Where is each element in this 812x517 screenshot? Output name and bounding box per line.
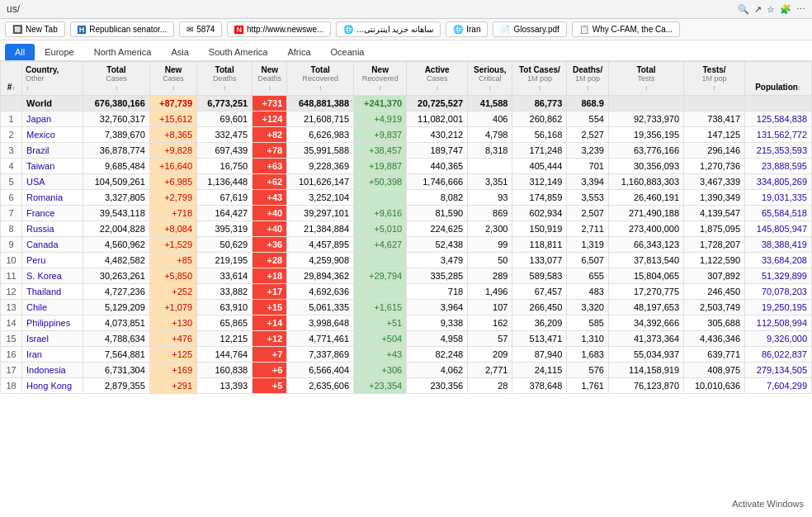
header-tests-1m[interactable]: Tests/1M pop↕ [684,62,745,96]
cell-country[interactable]: Hong Kong [22,378,83,394]
cell-new-recovered: +504 [354,331,407,347]
cell-country[interactable]: Thailand [22,284,83,300]
cell-deaths-1m: 3,320 [567,300,609,315]
cell-country[interactable]: Japan [22,111,83,127]
cell-total-deaths: 13,393 [197,378,253,394]
header-total-tests[interactable]: TotalTests↕ [608,62,683,96]
header-new-deaths[interactable]: NewDeaths↕ [253,62,287,96]
tab-iran[interactable]: 🌐 Iran [446,21,488,37]
tab-iranian[interactable]: 🌐 ...ساهانه خرید اینترنتی [336,21,441,37]
cell-new-recovered [354,190,407,206]
tab-glossary[interactable]: 📄 Glossary.pdf [493,21,566,37]
cell-population[interactable]: 112,508,994 [745,315,812,331]
star-icon[interactable]: ☆ [767,4,775,15]
cell-population[interactable]: 51,329,899 [745,268,812,284]
cell-active-cases: 224,625 [407,221,468,237]
cell-tests-1m: 296,146 [684,143,745,159]
region-tab-europe[interactable]: Europe [35,44,83,60]
world-total-cases: 676,380,166 [83,96,150,111]
cell-population[interactable]: 7,604,299 [745,378,812,394]
tab-newswe[interactable]: N http://www.newswe... [227,21,331,37]
cell-population[interactable]: 131,562,772 [745,127,812,143]
cell-country[interactable]: Iran [22,347,83,363]
header-total-recovered[interactable]: TotalRecovered↕ [287,62,354,96]
cell-serious: 209 [468,347,512,363]
cell-total-tests: 17,270,775 [608,284,683,300]
cell-country[interactable]: France [22,206,83,221]
tab-cfam[interactable]: 📋 Why C-FAM, the Ca... [572,21,680,37]
cell-new-deaths: +124 [253,111,287,127]
cell-population[interactable]: 65,584,518 [745,206,812,221]
tab-cfam-icon: 📋 [579,25,589,34]
cell-country[interactable]: Russia [22,221,83,237]
cell-total-deaths: 63,910 [197,300,253,315]
cell-country[interactable]: Brazil [22,143,83,159]
cell-total-cases: 6,731,304 [83,363,150,378]
cell-total-recovered: 4,259,908 [287,253,354,268]
cell-country[interactable]: S. Korea [22,268,83,284]
header-total-cases[interactable]: TotalCases↕ [83,62,150,96]
header-active-cases[interactable]: ActiveCases↕ [407,62,468,96]
cell-new-cases: +15,612 [149,111,196,127]
cell-new-cases: +85 [149,253,196,268]
cell-active-cases: 8,082 [407,190,468,206]
cell-population[interactable]: 215,353,593 [745,143,812,159]
cell-country[interactable]: Mexico [22,127,83,143]
tab-5874[interactable]: ✉ 5874 [179,21,222,37]
cell-population[interactable]: 33,684,208 [745,253,812,268]
header-num[interactable]: #↕ [1,62,22,96]
tab-republican[interactable]: H Republican senator... [70,21,174,37]
cell-population[interactable]: 334,805,269 [745,174,812,190]
header-new-recovered[interactable]: NewRecovered↕ [354,62,407,96]
cell-population[interactable]: 86,022,837 [745,347,812,363]
table-header-row: #↕ Country,Other↕ TotalCases↕ NewCases↕ … [1,62,812,96]
header-new-cases[interactable]: NewCases↕ [149,62,196,96]
cell-country[interactable]: Indonesia [22,363,83,378]
cell-country[interactable]: Canada [22,237,83,253]
header-country[interactable]: Country,Other↕ [22,62,83,96]
share-icon[interactable]: ↗ [754,4,762,15]
region-tab-asia[interactable]: Asia [161,44,198,60]
region-tab-south-america[interactable]: South America [199,44,278,60]
tab-new-tab[interactable]: 🔲 New Tab [5,21,65,37]
cell-new-cases: +130 [149,315,196,331]
cell-population[interactable]: 19,250,195 [745,300,812,315]
cell-population[interactable]: 125,584,838 [745,111,812,127]
world-total-recovered: 648,881,388 [287,96,354,111]
cell-population[interactable]: 19,031,335 [745,190,812,206]
cell-country[interactable]: Romania [22,190,83,206]
covid-table: #↕ Country,Other↕ TotalCases↕ NewCases↕ … [0,61,812,394]
cell-active-cases: 189,747 [407,143,468,159]
cell-new-deaths: +62 [253,174,287,190]
region-tab-africa[interactable]: Africa [277,44,320,60]
cell-country[interactable]: Chile [22,300,83,315]
cell-population[interactable]: 145,805,947 [745,221,812,237]
region-tab-oceania[interactable]: Oceania [321,44,375,60]
world-total-deaths: 6,773,251 [197,96,253,111]
cell-country[interactable]: Taiwan [22,159,83,174]
region-tab-north-america[interactable]: North America [84,44,162,60]
cell-country[interactable]: Israel [22,331,83,347]
cell-num: 15 [1,331,22,347]
cell-population[interactable]: 38,388,419 [745,237,812,253]
cell-population[interactable]: 279,134,505 [745,363,812,378]
header-population[interactable]: Population↕ [745,62,812,96]
cell-population[interactable]: 23,888,595 [745,159,812,174]
cell-population[interactable]: 70,078,203 [745,284,812,300]
cell-population[interactable]: 9,326,000 [745,331,812,347]
search-icon[interactable]: 🔍 [738,4,749,15]
cell-new-cases: +6,985 [149,174,196,190]
header-total-deaths[interactable]: TotalDeaths↕ [197,62,253,96]
table-row: 6 Romania 3,327,805 +2,799 67,619 +43 3,… [1,190,812,206]
header-serious[interactable]: Serious,Critical↕ [468,62,512,96]
extension-icon[interactable]: 🧩 [780,4,791,15]
region-tab-all[interactable]: All [5,44,35,60]
header-deaths-1m[interactable]: Deaths/1M pop↕ [567,62,609,96]
cell-total-recovered: 39,297,101 [287,206,354,221]
header-tot-cases-1m[interactable]: Tot Cases/1M pop↕ [512,62,567,96]
more-icon[interactable]: ⋯ [796,4,805,15]
cell-country[interactable]: Philippines [22,315,83,331]
cell-country[interactable]: USA [22,174,83,190]
cell-deaths-1m: 554 [567,111,609,127]
cell-country[interactable]: Peru [22,253,83,268]
